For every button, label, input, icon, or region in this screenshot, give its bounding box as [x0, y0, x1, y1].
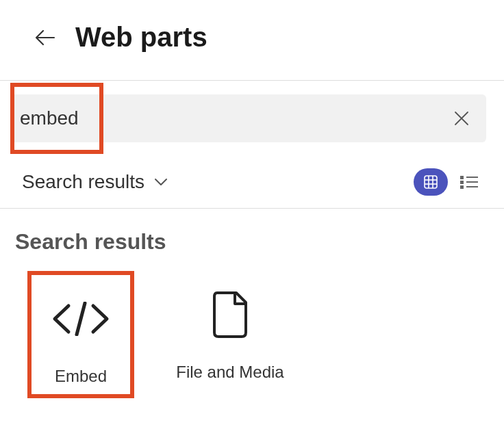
filter-dropdown[interactable]: Search results — [22, 171, 168, 193]
page-title: Web parts — [75, 22, 207, 53]
svg-rect-7 — [460, 185, 464, 189]
svg-rect-5 — [460, 176, 464, 179]
svg-line-11 — [77, 303, 85, 335]
grid-icon — [424, 175, 438, 189]
highlight-search-input — [10, 83, 103, 154]
webpart-card-file-and-media[interactable]: File and Media — [162, 271, 299, 382]
highlight-embed-card: Embed — [27, 271, 134, 398]
results-heading: Search results — [15, 229, 489, 255]
grid-view-button[interactable] — [414, 168, 448, 196]
list-icon — [460, 175, 478, 189]
file-icon — [210, 290, 250, 339]
view-toggle — [414, 168, 486, 196]
webpart-card-embed[interactable]: Embed — [27, 271, 134, 398]
search-input[interactable] — [14, 95, 99, 142]
webpart-label: Embed — [55, 367, 107, 386]
filter-label: Search results — [22, 171, 144, 193]
clear-search-button[interactable] — [451, 107, 473, 129]
svg-rect-6 — [460, 181, 464, 184]
code-icon — [51, 302, 111, 336]
search-input-container — [11, 94, 486, 142]
chevron-down-icon — [154, 178, 168, 186]
back-button[interactable] — [34, 27, 56, 49]
close-icon — [454, 111, 469, 126]
webpart-label: File and Media — [176, 363, 284, 382]
back-arrow-icon — [35, 29, 55, 46]
svg-rect-0 — [425, 176, 437, 188]
list-view-button[interactable] — [452, 168, 486, 196]
